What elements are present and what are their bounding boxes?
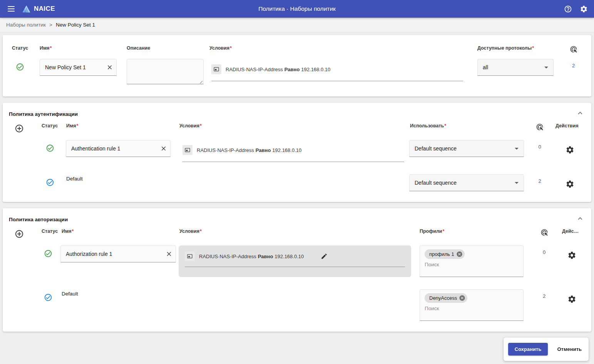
settings-icon[interactable]: [580, 5, 588, 13]
authentication-rule-name-input[interactable]: [66, 145, 157, 152]
hit-count[interactable]: 0: [543, 249, 545, 255]
profile-search-input[interactable]: [425, 262, 519, 267]
remove-profile-icon[interactable]: [456, 251, 463, 257]
chevron-down-icon: [512, 178, 521, 187]
authorization-policy-card: Политика авторизации Статус Имя* Условия…: [3, 208, 591, 332]
status-ok-icon[interactable]: [45, 143, 55, 153]
policy-set-name-field: [40, 59, 117, 76]
condition-icon: [211, 64, 221, 74]
hit-count[interactable]: 2: [572, 63, 575, 68]
authentication-rule-name-field: [66, 140, 171, 157]
clear-name-icon[interactable]: [162, 248, 176, 260]
use-sequence-select[interactable]: Default sequence: [409, 174, 524, 191]
appbar-actions: [564, 5, 588, 13]
breadcrumb-parent[interactable]: Наборы политик: [6, 22, 46, 28]
condition-text: RADIUS·NAS-IP-AddressРавно192.168.0.10: [197, 147, 303, 153]
cancel-button[interactable]: Отменить: [555, 343, 584, 355]
page-title: Политика · Наборы политик: [258, 5, 336, 12]
authentication-policy-title: Политика аутентификации: [3, 103, 591, 117]
column-protocols: Доступные протоколы*: [466, 45, 556, 51]
policy-set-row: RADIUS·NAS-IP-AddressРавно192.168.0.10 a…: [3, 53, 591, 97]
authorization-rule-row: RADIUS·NAS-IP-AddressРавно192.168.0.10 п…: [3, 239, 591, 279]
authorization-header-row: Статус Имя* Условия* Профили* Действия: [3, 222, 591, 239]
row-settings-icon[interactable]: [564, 178, 576, 190]
policy-set-name-input[interactable]: [40, 64, 103, 70]
hit-counter-icon: [531, 123, 549, 131]
column-conditions: Условия*: [178, 123, 407, 129]
protocols-select[interactable]: all: [477, 59, 554, 76]
authorization-rule-condition-box[interactable]: RADIUS·NAS-IP-AddressРавно192.168.0.10: [179, 245, 411, 277]
status-ok-icon[interactable]: [15, 62, 25, 72]
footer-actions: Сохранить Отменить: [504, 337, 589, 361]
add-rule-icon[interactable]: [14, 123, 25, 134]
status-default-icon[interactable]: [45, 177, 55, 187]
column-conditions: Условия*: [178, 229, 417, 234]
column-conditions: Условия*: [208, 45, 466, 51]
profile-search-input[interactable]: [425, 306, 519, 311]
hit-counter-icon: [536, 229, 552, 236]
default-rule-label: Default: [60, 289, 178, 297]
column-name: Имя*: [37, 45, 124, 51]
column-name: Имя*: [64, 123, 178, 129]
app-bar: NAICE Политика · Наборы политик: [0, 0, 594, 18]
use-sequence-select[interactable]: Default sequence: [409, 140, 524, 157]
authorization-policy-title: Политика авторизации: [3, 208, 591, 222]
brand: NAICE: [22, 4, 55, 14]
edit-condition-icon[interactable]: [320, 252, 329, 261]
add-rule-icon[interactable]: [14, 229, 25, 239]
row-settings-icon[interactable]: [564, 144, 576, 156]
hit-count[interactable]: 2: [538, 178, 541, 184]
clear-name-icon[interactable]: [103, 62, 116, 73]
policy-set-description-field: [127, 59, 204, 86]
breadcrumb-current: New Policy Set 1: [56, 22, 95, 28]
column-name: Имя*: [60, 229, 178, 234]
hit-count[interactable]: 2: [543, 293, 545, 299]
row-settings-icon[interactable]: [566, 249, 578, 261]
breadcrumb-separator: >: [49, 22, 52, 28]
status-default-icon[interactable]: [43, 292, 53, 302]
hit-count[interactable]: 0: [538, 144, 541, 150]
condition-icon: [182, 145, 192, 155]
column-status: Статус: [36, 123, 64, 129]
collapse-icon[interactable]: [574, 107, 586, 119]
authentication-policy-card: Политика аутентификации Статус Имя* Усло…: [3, 103, 591, 202]
menu-icon[interactable]: [6, 5, 16, 13]
authorization-default-row: Default DenyAccess 2: [3, 279, 591, 332]
policy-set-description-input[interactable]: [127, 59, 204, 84]
column-actions: Действия: [552, 229, 579, 234]
collapse-icon[interactable]: [574, 213, 586, 224]
help-icon[interactable]: [564, 5, 572, 13]
policy-set-condition[interactable]: RADIUS·NAS-IP-AddressРавно192.168.0.10: [211, 64, 463, 81]
chevron-down-icon: [512, 144, 521, 153]
column-actions: Действия: [549, 123, 591, 129]
policy-set-card: Статус Имя* Описание Условия* Доступные …: [3, 35, 591, 97]
profile-chip[interactable]: DenyAccess: [425, 293, 467, 303]
policy-set-header-row: Статус Имя* Описание Условия* Доступные …: [3, 35, 591, 53]
authentication-default-row: Default Default sequence 2: [3, 164, 591, 202]
hit-counter-icon: [556, 45, 591, 53]
column-description: Описание: [124, 45, 208, 51]
remove-profile-icon[interactable]: [459, 295, 465, 301]
authorization-rule-name-input[interactable]: [61, 251, 162, 257]
brand-name: NAICE: [34, 5, 55, 13]
authentication-rule-condition[interactable]: RADIUS·NAS-IP-AddressРавно192.168.0.10: [182, 145, 404, 162]
profiles-field[interactable]: профиль 1: [420, 245, 524, 277]
status-ok-icon[interactable]: [43, 249, 53, 259]
profiles-field[interactable]: DenyAccess: [420, 289, 524, 321]
column-profiles: Профили*: [417, 229, 536, 234]
row-settings-icon[interactable]: [566, 293, 578, 305]
column-use: Использовать*: [407, 123, 531, 129]
default-rule-label: Default: [64, 174, 178, 182]
breadcrumb: Наборы политик > New Policy Set 1: [0, 18, 594, 32]
column-status: Статус: [36, 229, 60, 234]
authentication-rule-row: RADIUS·NAS-IP-AddressРавно192.168.0.10 D…: [3, 134, 591, 164]
naice-logo: [22, 4, 31, 14]
save-button[interactable]: Сохранить: [508, 343, 548, 356]
authorization-rule-name-field: [60, 245, 176, 262]
column-status: Статус: [3, 45, 37, 51]
condition-text: RADIUS·NAS-IP-AddressРавно192.168.0.10: [226, 67, 332, 72]
profile-chip[interactable]: профиль 1: [425, 249, 465, 259]
clear-name-icon[interactable]: [157, 143, 170, 154]
authentication-header-row: Статус Имя* Условия* Использовать* Дейст…: [3, 117, 591, 134]
chevron-down-icon: [542, 63, 551, 72]
